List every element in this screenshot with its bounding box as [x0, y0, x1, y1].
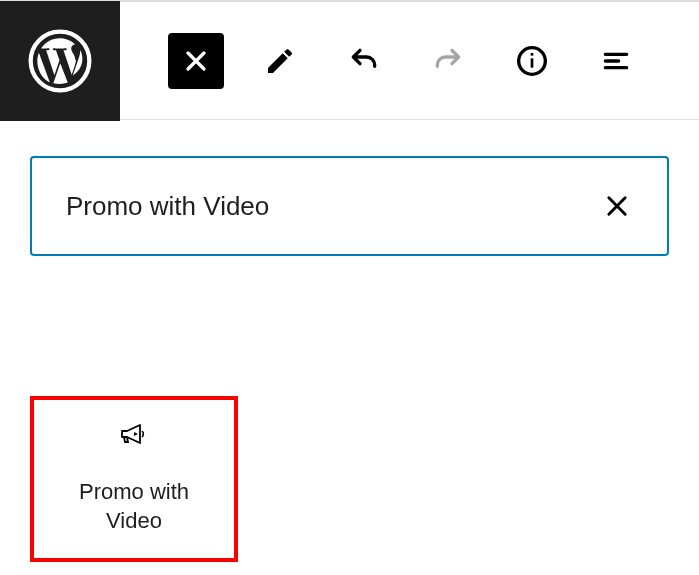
search-input[interactable]	[66, 191, 595, 222]
wordpress-icon	[28, 29, 92, 93]
undo-button[interactable]	[336, 33, 392, 89]
clear-search-button[interactable]	[595, 184, 639, 228]
block-search-box	[30, 156, 669, 256]
undo-icon	[348, 45, 380, 77]
outline-button[interactable]	[588, 33, 644, 89]
megaphone-icon	[118, 422, 150, 450]
close-icon	[603, 192, 631, 220]
block-search-container	[0, 120, 699, 256]
editor-topbar	[0, 0, 699, 120]
editor-toolbar	[120, 33, 644, 89]
list-view-icon	[600, 45, 632, 77]
block-result-label: Promo with Video	[59, 478, 209, 535]
wordpress-logo[interactable]	[0, 1, 120, 121]
block-result-promo-with-video[interactable]: Promo with Video	[30, 396, 238, 562]
edit-tool-button[interactable]	[252, 33, 308, 89]
redo-button[interactable]	[420, 33, 476, 89]
svg-marker-4	[134, 432, 138, 436]
info-icon	[516, 45, 548, 77]
block-results: Promo with Video	[0, 256, 699, 562]
close-inserter-button[interactable]	[168, 33, 224, 89]
pencil-icon	[264, 45, 296, 77]
info-button[interactable]	[504, 33, 560, 89]
redo-icon	[432, 45, 464, 77]
svg-rect-2	[531, 58, 534, 67]
svg-rect-3	[531, 53, 534, 56]
close-icon	[180, 45, 212, 77]
